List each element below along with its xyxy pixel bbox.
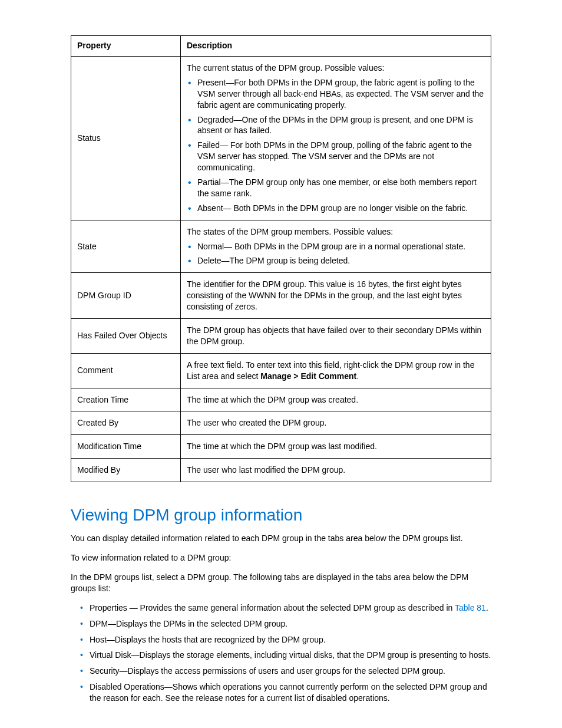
table-row-comment: Comment A free text field. To enter text…	[71, 353, 491, 388]
prop-name: Status	[71, 57, 181, 220]
prop-desc: The time at which the DPM group was crea…	[181, 388, 491, 411]
prop-name: Has Failed Over Objects	[71, 319, 181, 354]
paragraph: To view information related to a DPM gro…	[71, 552, 491, 564]
intro-text: The states of the DPM group members. Pos…	[187, 227, 393, 236]
table-row-creation-time: Creation Time The time at which the DPM …	[71, 388, 491, 411]
desc-text: .	[356, 371, 359, 381]
list-item: Host—Displays the hosts that are recogni…	[90, 634, 491, 645]
prop-name: Comment	[71, 353, 181, 388]
text: .	[486, 603, 488, 612]
table-row-has-failed-over: Has Failed Over Objects The DPM group ha…	[71, 319, 491, 354]
list-item: Partial—The DPM group only has one membe…	[197, 177, 485, 199]
prop-name: Modified By	[71, 459, 181, 482]
paragraph: You can display detailed information rel…	[71, 533, 491, 544]
prop-desc: The time at which the DPM group was last…	[181, 435, 491, 459]
prop-desc: The DPM group has objects that have fail…	[181, 319, 491, 354]
list-item: Degraded—One of the DPMs in the DPM grou…	[197, 114, 485, 137]
prop-name: Creation Time	[71, 388, 181, 411]
prop-desc: The identifier for the DPM group. This v…	[181, 273, 491, 319]
list-item: DPM—Displays the DPMs in the selected DP…	[90, 618, 491, 630]
list-item: Present—For both DPMs in the DPM group, …	[197, 77, 485, 111]
table-row-state: State The states of the DPM group member…	[71, 220, 491, 273]
prop-desc: The states of the DPM group members. Pos…	[181, 220, 491, 273]
table-row-modified-by: Modified By The user who last modified t…	[71, 459, 491, 482]
prop-name: DPM Group ID	[71, 273, 181, 319]
table-row-dpm-group-id: DPM Group ID The identifier for the DPM …	[71, 273, 491, 319]
list-item: Properties — Provides the same general i…	[90, 602, 491, 614]
table-row-created-by: Created By The user who created the DPM …	[71, 411, 491, 435]
prop-desc: The user who last modified the DPM group…	[181, 459, 491, 482]
table-row-modification-time: Modification Time The time at which the …	[71, 435, 491, 459]
table-row-status: Status The current status of the DPM gro…	[71, 57, 491, 220]
list-item: Failed— For both DPMs in the DPM group, …	[197, 140, 485, 173]
intro-text: The current status of the DPM group. Pos…	[187, 63, 384, 73]
prop-name: Modification Time	[71, 435, 181, 459]
prop-name: State	[71, 220, 181, 273]
list-item: Normal— Both DPMs in the DPM group are i…	[197, 241, 485, 252]
list-item: Virtual Disk—Displays the storage elemen…	[90, 650, 491, 661]
prop-name: Created By	[71, 411, 181, 435]
list-item: Delete—The DPM group is being deleted.	[197, 255, 485, 266]
list-item: Security—Displays the access permissions…	[90, 666, 491, 677]
list-item: Disabled Operations—Shows which operatio…	[90, 681, 491, 704]
table-81-link[interactable]: Table 81	[455, 603, 486, 612]
th-property: Property	[71, 36, 181, 57]
dpm-group-properties-table: Property Description Status The current …	[71, 35, 491, 482]
desc-bold: Manage > Edit Comment	[260, 371, 356, 381]
prop-desc: The current status of the DPM group. Pos…	[181, 57, 491, 220]
text: Properties — Provides the same general i…	[90, 603, 455, 612]
section-heading: Viewing DPM group information	[71, 506, 491, 525]
prop-desc: The user who created the DPM group.	[181, 411, 491, 435]
paragraph: In the DPM groups list, select a DPM gro…	[71, 572, 491, 594]
tabs-description-list: Properties — Provides the same general i…	[71, 602, 491, 704]
prop-desc: A free text field. To enter text into th…	[181, 353, 491, 388]
th-description: Description	[181, 36, 491, 57]
list-item: Absent— Both DPMs in the DPM group are n…	[197, 203, 485, 214]
